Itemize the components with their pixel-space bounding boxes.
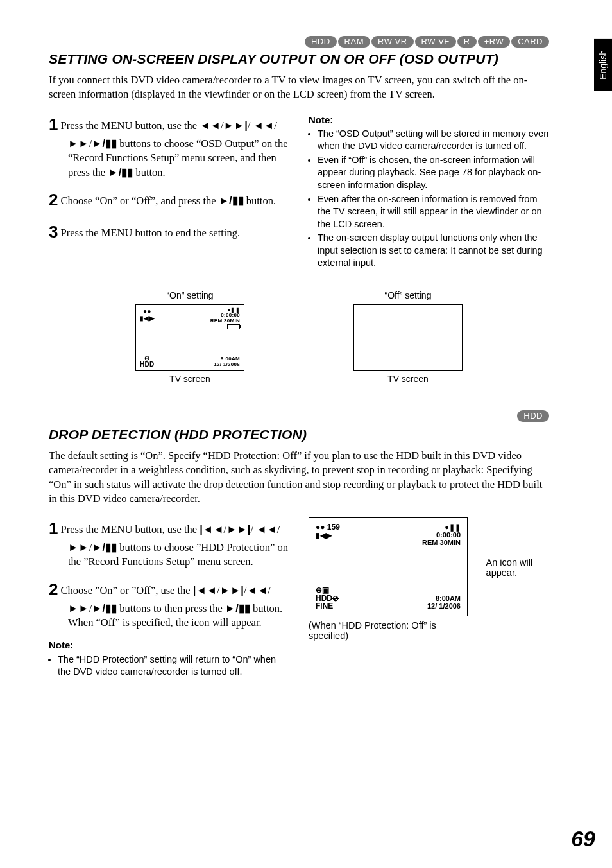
section1-heading: SETTING ON-SCREEN DISPLAY OUTPUT ON OR O… — [49, 51, 549, 67]
section1-intro: If you connect this DVD video camera/rec… — [49, 73, 549, 102]
tv-off-below: TV screen — [353, 374, 463, 384]
tv-on-below: TV screen — [135, 374, 244, 384]
tv-on-screen: ●●▮◀▶ ●❚❚ 0:00:00 REM 30MIN ⊖HDD 8:00AM … — [135, 304, 244, 371]
section1-steps: 1Press the MENU button, use the ◄◄/►►|/ … — [49, 114, 289, 271]
tv-off-col: “Off” setting TV screen — [353, 290, 463, 384]
section2-left: 1Press the MENU button, use the |◄◄/►►|/… — [49, 517, 289, 680]
note-heading-1: Note: — [309, 114, 549, 126]
tv-screen-row: “On” setting ●●▮◀▶ ●❚❚ 0:00:00 REM 30MIN… — [49, 290, 549, 384]
media-tags-row-2: HDD — [49, 410, 549, 422]
tv-on-col: “On” setting ●●▮◀▶ ●❚❚ 0:00:00 REM 30MIN… — [135, 290, 244, 384]
tag-rwvr: RW VR — [371, 36, 414, 48]
tag-hdd-2: HDD — [517, 410, 549, 422]
section1-step2: 2Choose “On” or “Off”, and press the ►/▮… — [49, 189, 289, 211]
section2-right: ●● 159▮◀▶ ●❚❚ 0:00:00 REM 30MIN ⊖▣ HDD⊘ — [309, 517, 549, 680]
tv-off-screen — [353, 304, 463, 371]
section1-note-1: The “OSD Output” setting will be stored … — [318, 128, 549, 153]
section1-note-2: Even if “Off” is chosen, the on-screen i… — [318, 154, 549, 192]
tv-off-caption: “Off” setting — [353, 290, 463, 300]
section1-note-4: The on-screen display output functions o… — [318, 232, 549, 270]
tag-r: R — [457, 36, 477, 48]
tv-on-caption: “On” setting — [135, 290, 244, 300]
hdd-side-caption: An icon will appear. — [486, 517, 549, 578]
section1-step1: 1Press the MENU button, use the ◄◄/►►|/ … — [49, 114, 289, 180]
tag-card: CARD — [511, 36, 549, 48]
tag-hdd: HDD — [305, 36, 337, 48]
section2-note-1: The “HDD Protection” setting will return… — [58, 654, 289, 679]
language-tab: English — [594, 39, 612, 91]
section2-heading: DROP DETECTION (HDD PROTECTION) — [49, 427, 549, 442]
hdd-screen: ●● 159▮◀▶ ●❚❚ 0:00:00 REM 30MIN ⊖▣ HDD⊘ — [309, 517, 468, 616]
note-heading-2: Note: — [49, 639, 289, 652]
section1-step3: 3Press the MENU button to end the settin… — [49, 221, 289, 243]
section2-step1: 1Press the MENU button, use the |◄◄/►►|/… — [49, 517, 289, 569]
section2-step2: 2Choose ”On” or ”Off”, use the |◄◄/►►|/◄… — [49, 578, 289, 630]
tag-ram: RAM — [338, 36, 370, 48]
media-tags-row-1: HDD RAM RW VR RW VF R +RW CARD — [49, 36, 549, 48]
section1-notes: Note: The “OSD Output” setting will be s… — [309, 114, 549, 271]
tag-rwvf: RW VF — [415, 36, 456, 48]
tag-plusrw: +RW — [478, 36, 511, 48]
section2-intro: The default setting is “On”. Specify “HD… — [49, 449, 549, 506]
hdd-screen-caption: (When “HDD Protection: Off” is specified… — [309, 620, 476, 641]
page-number: 69 — [571, 826, 595, 851]
section1-note-3: Even after the on-screen information is … — [318, 193, 549, 231]
